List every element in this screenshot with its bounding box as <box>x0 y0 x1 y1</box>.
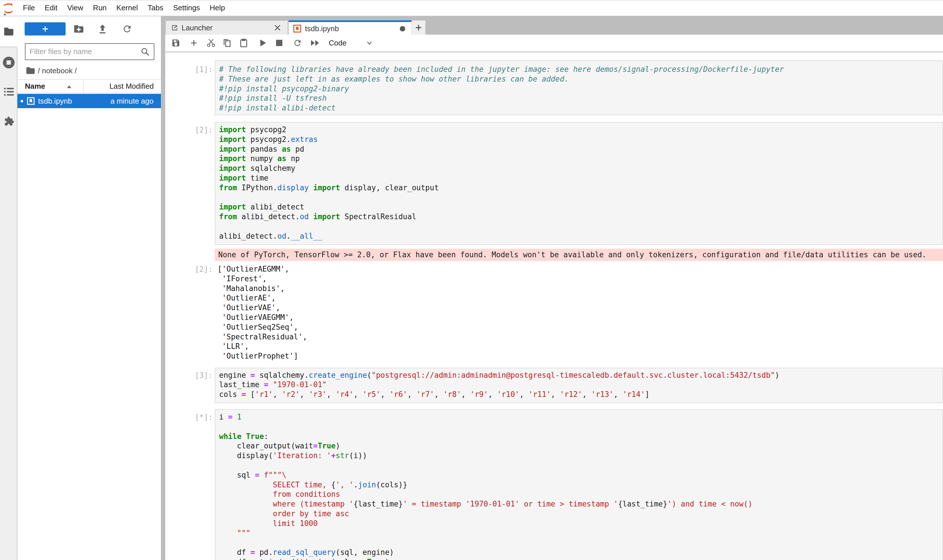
new-tab-button[interactable] <box>412 20 426 35</box>
tab-label: Launcher <box>182 23 213 32</box>
save-icon <box>171 38 180 47</box>
save-button[interactable] <box>168 35 184 50</box>
execute-result: [2]:['OutlierAEGMM', 'IForest', 'Mahalan… <box>165 265 943 361</box>
new-folder-icon <box>74 25 84 33</box>
cut-cells-button[interactable] <box>203 35 219 50</box>
output-prompt: [2]: <box>165 265 215 274</box>
stop-icon <box>276 40 282 46</box>
input-prompt: [3]: <box>165 368 215 380</box>
file-row-selected[interactable]: tsdb.ipynb a minute ago <box>17 94 161 108</box>
breadcrumb-path: / notebook / <box>38 66 77 75</box>
panel-splitter[interactable] <box>161 16 165 560</box>
sidebar-item-running-sessions[interactable] <box>0 57 17 68</box>
menu-tabs[interactable]: Tabs <box>143 0 168 16</box>
menu-kernel[interactable]: Kernel <box>111 0 143 16</box>
restart-icon <box>293 38 302 48</box>
new-folder-button[interactable] <box>72 22 85 35</box>
menu-items: FileEditViewRunKernelTabsSettingsHelp <box>18 0 230 16</box>
file-browser-panel: / notebook / Name Last Modified tsdb.ipy… <box>17 16 161 560</box>
cell-editor[interactable]: i = 1 while True: clear_output(wait=True… <box>215 409 943 560</box>
jupyter-logo <box>3 2 16 15</box>
code-cell-3: [3]:engine = sqlalchemy.create_engine("p… <box>165 368 943 403</box>
stderr-output: None of PyTorch, TensorFlow >= 2.0, or F… <box>215 249 943 261</box>
search-icon <box>140 47 150 56</box>
menu-help[interactable]: Help <box>205 0 230 16</box>
cell-editor[interactable]: # The following libraries have already b… <box>215 60 943 115</box>
sidebar-strip <box>0 16 17 560</box>
input-prompt: [*]: <box>165 409 215 422</box>
cell-type-select[interactable]: Code <box>329 38 347 48</box>
code-cell-4: [*]:i = 1 while True: clear_output(wait=… <box>165 409 943 560</box>
paste-cells-button[interactable] <box>236 35 252 50</box>
add-tab-icon <box>415 25 421 31</box>
cell-source: engine = sqlalchemy.create_engine("postg… <box>219 371 942 400</box>
run-icon <box>259 39 267 47</box>
menu-edit[interactable]: Edit <box>40 0 62 16</box>
cut-icon <box>206 38 216 48</box>
upload-button[interactable] <box>96 22 109 35</box>
folder-icon <box>4 27 14 36</box>
dirty-dot <box>21 100 23 102</box>
shell: / notebook / Name Last Modified tsdb.ipy… <box>0 16 943 560</box>
copy-cells-button[interactable] <box>219 35 235 50</box>
insert-cell-button[interactable] <box>186 35 202 50</box>
refresh-icon <box>122 24 132 34</box>
sidebar-item-extension-manager[interactable] <box>0 117 17 126</box>
filter-files-input[interactable] <box>25 47 140 56</box>
menu-run[interactable]: Run <box>88 0 112 16</box>
menu-settings[interactable]: Settings <box>168 0 205 16</box>
file-list-header: Name Last Modified <box>17 79 161 93</box>
cell-source: i = 1 while True: clear_output(wait=True… <box>219 412 942 560</box>
copy-icon <box>223 38 232 48</box>
notebook-icon <box>293 25 301 32</box>
restart-kernel-button[interactable] <box>290 35 306 50</box>
add-cell-icon <box>190 38 198 47</box>
tab-bar: Launcher tsdb.ipynb <box>165 16 943 35</box>
menu-bar: FileEditViewRunKernelTabsSettingsHelp <box>0 0 943 16</box>
code-cell-2: [2]:import psycopg2 import psycopg2.extr… <box>165 122 943 245</box>
list-icon <box>4 88 14 96</box>
refresh-button[interactable] <box>120 22 134 35</box>
input-prompt: [2]: <box>165 122 215 135</box>
main-dock-panel: Launcher tsdb.ipynb <box>165 16 943 560</box>
notebook-panel: [1]:# The following libraries have alrea… <box>165 52 943 560</box>
column-header-modified[interactable]: Last Modified <box>110 80 154 93</box>
launcher-icon <box>171 25 178 31</box>
notebook-file-icon <box>27 97 35 105</box>
puzzle-icon <box>3 117 14 126</box>
cell-editor[interactable]: engine = sqlalchemy.create_engine("postg… <box>215 368 943 403</box>
file-name: tsdb.ipynb <box>38 97 72 106</box>
file-modified: a minute ago <box>111 97 153 106</box>
unsaved-dot-icon[interactable] <box>400 26 405 31</box>
sort-ascending-icon <box>67 85 72 88</box>
menu-view[interactable]: View <box>62 0 88 16</box>
menu-file[interactable]: File <box>18 0 40 16</box>
sidebar-item-table-of-contents[interactable] <box>0 88 17 96</box>
filter-files-box <box>25 43 154 60</box>
tab-tsdb-ipynb[interactable]: tsdb.ipynb <box>289 20 412 35</box>
upload-icon <box>98 24 107 34</box>
cell-editor[interactable]: import psycopg2 import psycopg2.extras i… <box>215 122 943 245</box>
plus-icon <box>41 24 50 34</box>
chevron-down-icon <box>366 39 373 47</box>
stderr-text: None of PyTorch, TensorFlow >= 2.0, or F… <box>218 250 926 260</box>
run-button[interactable] <box>255 35 271 50</box>
column-header-name[interactable]: Name <box>25 80 45 93</box>
tab-label: tsdb.ipynb <box>305 24 339 33</box>
close-tab-icon[interactable] <box>274 24 281 31</box>
breadcrumb[interactable]: / notebook / <box>26 65 77 76</box>
cell-source: # The following libraries have already b… <box>219 65 942 113</box>
tab-launcher[interactable]: Launcher <box>165 20 288 35</box>
sidebar-item-file-browser[interactable] <box>0 27 17 36</box>
column-divider <box>83 80 83 93</box>
code-cell-1: [1]:# The following libraries have alrea… <box>165 60 943 115</box>
running-icon <box>3 57 15 68</box>
paste-icon <box>239 38 248 48</box>
restart-run-all-button[interactable] <box>307 35 323 50</box>
cell-source: import psycopg2 import psycopg2.extras i… <box>219 125 942 241</box>
new-launcher-button[interactable] <box>25 22 66 35</box>
notebook-toolbar: Code <box>165 35 943 52</box>
window-top-border <box>0 0 943 1</box>
output-text: ['OutlierAEGMM', 'IForest', 'Mahalanobis… <box>215 265 307 361</box>
interrupt-kernel-button[interactable] <box>271 35 287 50</box>
